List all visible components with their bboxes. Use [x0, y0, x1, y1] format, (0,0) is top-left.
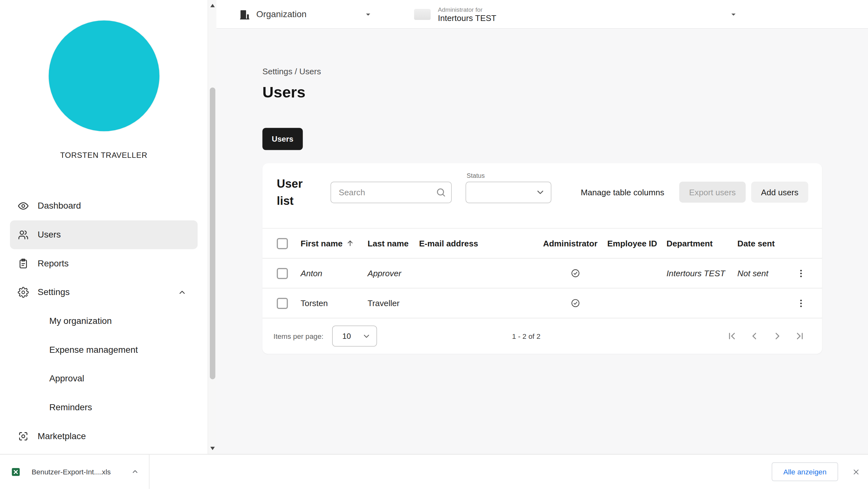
column-administrator[interactable]: Administrator: [543, 239, 607, 248]
last-page-button[interactable]: [794, 329, 807, 343]
sort-ascending-icon: [346, 239, 354, 247]
scrollbar-thumb[interactable]: [210, 87, 215, 379]
status-filter-group: Status: [465, 181, 551, 203]
tab-row: Users: [262, 128, 822, 150]
chevron-down-icon: [535, 187, 545, 197]
status-select[interactable]: [465, 181, 551, 203]
show-all-downloads-button[interactable]: Alle anzeigen: [772, 462, 838, 481]
first-page-button[interactable]: [725, 329, 739, 343]
sidebar-scrollbar[interactable]: [208, 0, 217, 454]
column-employee-id[interactable]: Employee ID: [607, 239, 667, 248]
row-checkbox[interactable]: [277, 298, 288, 309]
pagination-range: 1 - 2 of 2: [512, 332, 540, 340]
sidebar-item-my-organization[interactable]: My organization: [10, 307, 197, 336]
triangle-up-icon: [211, 4, 215, 7]
sidebar-item-reminders[interactable]: Reminders: [10, 393, 197, 422]
sidebar-item-settings[interactable]: Settings: [10, 278, 197, 307]
avatar: [49, 21, 159, 131]
chevron-up-icon[interactable]: [131, 468, 139, 475]
administrator-org-name: Intertours TEST: [438, 13, 496, 23]
sidebar-item-label: Reminders: [49, 403, 92, 412]
download-bar: Benutzer-Export-Int....xls Alle anzeigen: [0, 454, 868, 489]
sidebar-item-approval[interactable]: Approval: [10, 364, 197, 393]
main-area: Organization Administrator for Intertour…: [217, 0, 868, 454]
add-users-button[interactable]: Add users: [751, 182, 808, 203]
sidebar-item-label: Users: [38, 230, 61, 240]
organization-label: Organization: [256, 9, 306, 19]
clipboard-icon: [18, 258, 29, 269]
column-department[interactable]: Department: [666, 239, 737, 248]
sidebar-item-dashboard[interactable]: Dashboard: [10, 191, 197, 220]
card-title: User list: [277, 175, 312, 209]
sidebar-item-reports[interactable]: Reports: [10, 249, 197, 278]
row-checkbox[interactable]: [277, 268, 288, 279]
column-last-name[interactable]: Last name: [368, 239, 419, 248]
pagination-controls: [725, 329, 806, 343]
content: Settings / Users Users Users User list S…: [217, 29, 868, 454]
close-icon[interactable]: [849, 465, 863, 479]
cell-administrator: [543, 269, 607, 278]
sidebar-item-label: Marketplace: [38, 431, 86, 441]
excel-file-icon: [11, 467, 21, 477]
sidebar-item-label: My organization: [49, 316, 112, 326]
items-per-page-label: Items per page:: [273, 332, 323, 340]
page-title: Users: [262, 84, 822, 101]
check-circle-icon: [570, 299, 580, 308]
previous-page-button[interactable]: [748, 329, 761, 343]
sidebar-item-label: Settings: [38, 287, 70, 297]
check-circle-icon: [570, 269, 580, 278]
cell-date-sent: Not sent: [738, 269, 790, 278]
status-label: Status: [467, 172, 485, 179]
search-icon: [436, 187, 446, 197]
users-table: First name Last name E-mail address Admi…: [262, 228, 822, 318]
row-menu-button[interactable]: [795, 267, 807, 279]
card-toolbar: User list Status: [262, 163, 822, 209]
cell-department: Intertours TEST: [666, 269, 737, 278]
scroll-up-arrow[interactable]: [208, 1, 217, 10]
export-users-button[interactable]: Export users: [679, 182, 745, 203]
tab-users[interactable]: Users: [262, 128, 303, 150]
eye-icon: [18, 201, 29, 212]
topbar: Organization Administrator for Intertour…: [217, 0, 868, 29]
chevron-down-icon: [362, 332, 371, 340]
triangle-down-icon: [211, 447, 215, 450]
sidebar-item-label: Dashboard: [38, 201, 81, 211]
cell-actions: [790, 297, 811, 309]
chevron-down-icon: [728, 9, 739, 19]
administrator-selector[interactable]: Administrator for Intertours TEST: [414, 6, 739, 22]
manage-table-columns-button[interactable]: Manage table columns: [581, 187, 664, 197]
column-email[interactable]: E-mail address: [419, 239, 543, 248]
sidebar-item-marketplace[interactable]: Marketplace: [10, 422, 197, 451]
column-date-sent[interactable]: Date sent: [738, 239, 790, 248]
row-menu-button[interactable]: [795, 297, 807, 309]
cell-last-name: Traveller: [368, 299, 419, 308]
administrator-for-label: Administrator for: [438, 6, 496, 12]
sidebar: TORSTEN TRAVELLER Dashboard Users Report…: [0, 0, 208, 454]
org-logo-placeholder: [414, 8, 431, 20]
administrator-text: Administrator for Intertours TEST: [438, 6, 496, 22]
cell-first-name: Anton: [301, 269, 368, 278]
pagination-bar: Items per page: 10 1 - 2 of 2: [262, 318, 822, 354]
cell-last-name: Approver: [368, 269, 419, 278]
cell-actions: [790, 267, 811, 279]
sidebar-item-label: Reports: [38, 258, 69, 268]
column-first-name[interactable]: First name: [301, 239, 368, 248]
sidebar-item-users[interactable]: Users: [10, 220, 197, 249]
sidebar-item-expense-management[interactable]: Expense management: [10, 336, 197, 365]
cell-first-name: Torsten: [301, 299, 368, 308]
sidebar-nav: Dashboard Users Reports Settings: [0, 191, 208, 451]
items-per-page-value: 10: [342, 332, 351, 340]
search-box: [331, 181, 452, 203]
cell-administrator: [543, 299, 607, 308]
items-per-page-select[interactable]: 10: [332, 326, 377, 346]
next-page-button[interactable]: [771, 329, 784, 343]
select-all-checkbox[interactable]: [277, 238, 288, 249]
table-header-row: First name Last name E-mail address Admi…: [262, 228, 822, 258]
search-input[interactable]: [331, 181, 452, 203]
scroll-down-arrow[interactable]: [208, 444, 217, 453]
chevron-down-icon: [363, 9, 373, 19]
table-row: Anton Approver Intertours TEST Not sent: [262, 258, 822, 288]
organization-selector[interactable]: Organization: [239, 8, 373, 20]
download-item[interactable]: Benutzer-Export-Int....xls: [0, 455, 150, 489]
breadcrumb[interactable]: Settings / Users: [262, 66, 822, 76]
